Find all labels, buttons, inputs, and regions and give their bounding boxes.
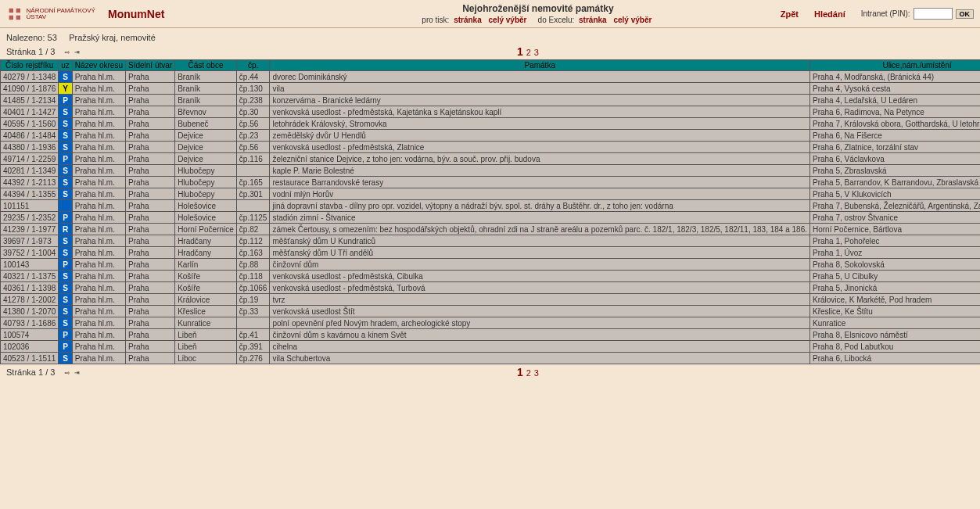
- cell-pamatka: jiná dopravní stavba - dílny pro opr. vo…: [270, 200, 810, 212]
- table-row[interactable]: 41278 / 1-2002SPraha hl.m.PrahaKrálovice…: [1, 294, 981, 306]
- table-row[interactable]: 44380 / 1-1936SPraha hl.m.PrahaDejvicečp…: [1, 142, 981, 153]
- cell-sidelni: Praha: [125, 106, 174, 118]
- table-row[interactable]: 44394 / 1-1355SPraha hl.m.PrahaHlubočepy…: [1, 188, 981, 200]
- cell-okres: Praha hl.m.: [72, 200, 125, 212]
- cell-ulice: Praha 6, Libocká: [810, 353, 981, 364]
- last-page-icon[interactable]: ⇥: [74, 47, 80, 57]
- page-number-link[interactable]: 3: [534, 368, 539, 378]
- cell-cast-obce: Křeslice: [175, 306, 237, 317]
- table-row[interactable]: 41090 / 1-1876YPraha hl.m.PrahaBraníkčp.…: [1, 83, 981, 95]
- cell-sidelni: Praha: [125, 235, 174, 247]
- cell-okres: Praha hl.m.: [72, 83, 125, 95]
- pin-ok-button[interactable]: OK: [956, 9, 975, 19]
- cell-cp: čp.163: [236, 247, 270, 259]
- cell-okres: Praha hl.m.: [72, 212, 125, 224]
- page-number-link[interactable]: 3: [534, 48, 539, 57]
- print-page-link[interactable]: stránka: [454, 16, 482, 24]
- page-number-link[interactable]: 2: [526, 368, 531, 378]
- table-row[interactable]: 40401 / 1-1427SPraha hl.m.PrahaBřevnovčp…: [1, 106, 981, 118]
- column-header[interactable]: Část obce: [175, 60, 237, 71]
- cell-pamatka: vodní mlýn Horův: [270, 188, 810, 200]
- cell-sidelni: Praha: [125, 71, 174, 83]
- export-links: pro tisk: stránka celý výběr do Excelu: …: [296, 16, 781, 24]
- cell-registry: 40321 / 1-1375: [1, 271, 59, 282]
- column-header[interactable]: Číslo rejstříku: [1, 60, 59, 71]
- table-row[interactable]: 41380 / 1-2070SPraha hl.m.PrahaKřesliceč…: [1, 306, 981, 317]
- excel-all-link[interactable]: celý výběr: [613, 16, 652, 24]
- column-header[interactable]: Ulice,nám./umístění: [810, 60, 981, 71]
- table-row[interactable]: 40321 / 1-1375SPraha hl.m.PrahaKošířečp.…: [1, 271, 981, 282]
- cell-sidelni: Praha: [125, 259, 174, 271]
- table-row[interactable]: 40361 / 1-1398SPraha hl.m.PrahaKošířečp.…: [1, 282, 981, 294]
- next-page-icon[interactable]: ⇨: [65, 47, 70, 57]
- cell-pamatka: měšťanský dům U Tří andělů: [270, 247, 810, 259]
- cell-okres: Praha hl.m.: [72, 282, 125, 294]
- table-row[interactable]: 49714 / 1-2259PPraha hl.m.PrahaDejvicečp…: [1, 153, 981, 165]
- cell-sidelni: Praha: [125, 95, 174, 106]
- cell-ulice: Praha 1, Úvoz: [810, 247, 981, 259]
- cell-cast-obce: Braník: [175, 71, 237, 83]
- cell-uz-flag: S: [59, 271, 73, 282]
- cell-uz-flag: S: [59, 142, 73, 153]
- page-indicator: Stránka 1 / 3: [6, 47, 55, 56]
- cell-sidelni: Praha: [125, 118, 174, 130]
- back-link[interactable]: Zpět: [781, 9, 799, 19]
- cell-pamatka: letohrádek Královský, Stromovka: [270, 118, 810, 130]
- table-row[interactable]: 102036PPraha hl.m.PrahaLibeňčp.391ciheln…: [1, 341, 981, 353]
- page-number-link[interactable]: 2: [526, 48, 531, 57]
- cell-okres: Praha hl.m.: [72, 341, 125, 353]
- cell-uz-flag: P: [59, 259, 73, 271]
- org-logo: NÁRODNÍ PAMÁTKOVÝ ÚSTAV: [6, 5, 108, 23]
- print-all-link[interactable]: celý výběr: [489, 16, 527, 24]
- cell-cp: [236, 165, 270, 177]
- cell-pamatka: polní opevnění před Novým hradem, archeo…: [270, 317, 810, 329]
- pager-top: Stránka 1 / 3 ⇨ ⇥ 123: [0, 44, 980, 59]
- table-row[interactable]: 100143PPraha hl.m.PrahaKarlínčp.88činžov…: [1, 259, 981, 271]
- cell-uz-flag: S: [59, 118, 73, 130]
- cell-pamatka: měšťanský dům U Kundraticů: [270, 235, 810, 247]
- table-row[interactable]: 40281 / 1-1349SPraha hl.m.PrahaHlubočepy…: [1, 165, 981, 177]
- cell-registry: 40595 / 1-1560: [1, 118, 59, 130]
- table-row[interactable]: 39697 / 1-973SPraha hl.m.PrahaHradčanyčp…: [1, 235, 981, 247]
- cell-ulice: Praha 8, Sokolovská: [810, 259, 981, 271]
- table-row[interactable]: 40523 / 1-1511SPraha hl.m.PrahaLibocčp.2…: [1, 353, 981, 364]
- cell-registry: 40361 / 1-1398: [1, 282, 59, 294]
- cell-ulice: Praha 4, Modřanská, (Bránická 44): [810, 71, 981, 83]
- table-row[interactable]: 39752 / 1-1004SPraha hl.m.PrahaHradčanyč…: [1, 247, 981, 259]
- column-header[interactable]: Sídelní útvar: [125, 60, 174, 71]
- column-header[interactable]: uz: [59, 60, 73, 71]
- page-number-link[interactable]: 1: [517, 366, 523, 378]
- cell-sidelni: Praha: [125, 353, 174, 364]
- table-row[interactable]: 101151Praha hl.m.PrahaHolešovicejiná dop…: [1, 200, 981, 212]
- cell-sidelni: Praha: [125, 294, 174, 306]
- pin-input[interactable]: [914, 8, 953, 20]
- cell-ulice: Praha 4, Ledařská, U Ledáren: [810, 95, 981, 106]
- cell-cast-obce: Košíře: [175, 282, 237, 294]
- table-row[interactable]: 100574PPraha hl.m.PrahaLibeňčp.41činžovn…: [1, 329, 981, 341]
- cell-cast-obce: Dejvice: [175, 142, 237, 153]
- last-page-icon-bottom[interactable]: ⇥: [74, 367, 80, 378]
- cell-sidelni: Praha: [125, 177, 174, 188]
- excel-page-link[interactable]: stránka: [579, 16, 607, 24]
- cell-pamatka: venkovská usedlost Štít: [270, 306, 810, 317]
- next-page-icon-bottom[interactable]: ⇨: [65, 367, 70, 378]
- cell-ulice: Praha 7, ostrov Štvanice: [810, 212, 981, 224]
- table-row[interactable]: 40486 / 1-1484SPraha hl.m.PrahaDejvicečp…: [1, 130, 981, 142]
- table-row[interactable]: 29235 / 1-2352PPraha hl.m.PrahaHolešovic…: [1, 212, 981, 224]
- cell-cast-obce: Hlubočepy: [175, 165, 237, 177]
- table-row[interactable]: 40595 / 1-1560SPraha hl.m.PrahaBubeneččp…: [1, 118, 981, 130]
- column-header[interactable]: Památka: [270, 60, 810, 71]
- search-link[interactable]: Hledání: [814, 9, 845, 19]
- cell-registry: 41090 / 1-1876: [1, 83, 59, 95]
- table-row[interactable]: 44392 / 1-2113SPraha hl.m.PrahaHlubočepy…: [1, 177, 981, 188]
- table-row[interactable]: 41485 / 1-2134PPraha hl.m.PrahaBraníkčp.…: [1, 95, 981, 106]
- table-row[interactable]: 40279 / 1-1348SPraha hl.m.PrahaBraníkčp.…: [1, 71, 981, 83]
- cell-sidelni: Praha: [125, 200, 174, 212]
- cell-cp: čp.33: [236, 306, 270, 317]
- page-number-link[interactable]: 1: [517, 45, 523, 58]
- table-row[interactable]: 41239 / 1-1977RPraha hl.m.PrahaHorní Poč…: [1, 224, 981, 235]
- table-row[interactable]: 40793 / 1-1686SPraha hl.m.PrahaKunratice…: [1, 317, 981, 329]
- column-header[interactable]: čp.: [236, 60, 270, 71]
- column-header[interactable]: Název okresu: [72, 60, 125, 71]
- cell-registry: 29235 / 1-2352: [1, 212, 59, 224]
